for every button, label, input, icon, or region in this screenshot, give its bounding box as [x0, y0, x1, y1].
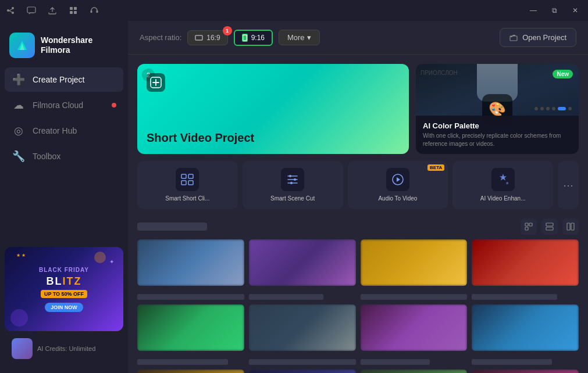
upload-icon[interactable]	[47, 5, 58, 16]
more-tools-icon: ⋯	[563, 179, 573, 192]
media-options-button[interactable]	[562, 218, 579, 235]
dot-1	[534, 107, 538, 110]
open-project-button[interactable]: Open Project	[500, 28, 576, 47]
app-logo	[9, 33, 35, 58]
media-label-3	[361, 294, 468, 300]
aspect-ratio-label: Aspect ratio:	[140, 33, 181, 42]
promo-card[interactable]: ★ ★ ✦ BLACK FRIDAY BLITZ UP TO 50% OFF J…	[5, 247, 123, 331]
smart-short-clip-label: Smart Short Cli...	[165, 195, 209, 202]
more-tools-button[interactable]: ⋯	[558, 161, 579, 209]
tools-row: Smart Short Cli... Smart Scene Cut B	[137, 161, 579, 209]
maximize-button[interactable]: ⧉	[546, 2, 562, 19]
svg-point-16	[294, 178, 296, 181]
smart-scene-cut-label: Smart Scene Cut	[270, 195, 315, 202]
svg-rect-24	[571, 223, 574, 230]
media-thumb-2[interactable]	[249, 239, 356, 286]
aspect-9-16-button[interactable]: 9:16	[234, 30, 273, 46]
media-thumb-9[interactable]	[137, 370, 244, 373]
aspect-badge-count: 1	[223, 26, 232, 35]
notification-dot	[112, 103, 116, 107]
svg-rect-14	[188, 181, 193, 185]
toolbox-icon: 🔧	[12, 150, 26, 163]
promo-text2: BLITZ	[47, 275, 82, 288]
svg-rect-0	[27, 7, 35, 13]
audio-to-video-tool[interactable]: BETA Audio To Video	[348, 161, 448, 209]
media-label-2	[249, 294, 324, 300]
creator-hub-icon: ◎	[12, 124, 26, 137]
chat-icon[interactable]	[26, 5, 37, 16]
sidebar-item-toolbox[interactable]: 🔧 Toolbox	[5, 144, 123, 168]
ai-credits-text: AI Credits: Unlimited	[37, 345, 95, 352]
svg-rect-20	[525, 227, 528, 230]
media-header	[137, 218, 579, 235]
media-thumb-8[interactable]	[472, 304, 579, 351]
aspect-16-9-button[interactable]: 16:9 1	[187, 30, 227, 45]
promo-card-inner: ★ ★ ✦ BLACK FRIDAY BLITZ UP TO 50% OFF J…	[5, 247, 123, 331]
media-list-view-button[interactable]	[521, 218, 537, 235]
share-icon[interactable]	[5, 5, 16, 16]
open-project-label: Open Project	[522, 33, 566, 42]
svg-rect-21	[546, 223, 553, 226]
dot-2	[540, 107, 544, 110]
media-thumb-10[interactable]	[249, 370, 356, 373]
headset-icon[interactable]	[88, 5, 100, 16]
short-video-card[interactable]: 2 Short Video Project	[137, 64, 409, 154]
grid-icon[interactable]	[67, 5, 79, 16]
new-badge: New	[553, 70, 573, 78]
svg-rect-13	[181, 181, 186, 185]
close-button[interactable]: ✕	[567, 2, 583, 19]
ai-video-enhance-tool[interactable]: AI Video Enhan...	[452, 161, 553, 209]
ai-card-description: With one click, precisely replicate colo…	[423, 132, 572, 148]
media-section-title	[137, 223, 207, 231]
sidebar-item-creator-hub[interactable]: ◎ Creator Hub	[5, 119, 123, 143]
svg-rect-1	[70, 7, 73, 10]
ai-avatar	[12, 338, 33, 359]
app-subtitle: Filmora	[41, 45, 92, 55]
svg-rect-6	[97, 10, 98, 13]
media-label-8	[472, 359, 552, 365]
media-section	[137, 218, 579, 373]
sidebar-bottom: ★ ★ ✦ BLACK FRIDAY BLITZ UP TO 50% OFF J…	[0, 242, 128, 368]
sidebar-item-label-create: Create Project	[33, 75, 84, 84]
sidebar-item-create-project[interactable]: ➕ Create Project	[5, 67, 123, 92]
svg-point-15	[289, 175, 291, 177]
dot-4	[552, 107, 555, 110]
short-video-title: Short Video Project	[147, 131, 400, 145]
media-thumb-3[interactable]	[361, 239, 468, 286]
media-thumb-4[interactable]	[472, 239, 579, 286]
smart-short-clip-tool[interactable]: Smart Short Cli...	[137, 161, 238, 209]
ai-video-enhance-icon	[491, 168, 515, 191]
media-grid-view-button[interactable]	[541, 218, 558, 235]
media-label-4	[472, 294, 557, 300]
cloud-icon: ☁	[12, 99, 26, 112]
media-thumb-5[interactable]	[137, 304, 244, 351]
logo-text: Wondershare Filmora	[41, 35, 92, 55]
svg-rect-11	[181, 174, 186, 178]
create-project-icon: ➕	[12, 73, 26, 86]
svg-point-17	[290, 182, 293, 184]
ai-color-palette-card[interactable]: ПРИОЛСЛОН 🎨 New AI Color Palette With on…	[416, 64, 579, 154]
media-thumb-11[interactable]	[361, 370, 468, 373]
media-thumb-1[interactable]	[137, 239, 244, 286]
media-label-6	[249, 359, 356, 365]
sidebar-item-filmora-cloud[interactable]: ☁ Filmora Cloud	[5, 93, 123, 117]
media-grid	[137, 239, 579, 373]
media-action-buttons	[521, 218, 579, 235]
media-thumb-7[interactable]	[361, 304, 468, 351]
ai-card-title: AI Color Palette	[423, 121, 572, 130]
ai-credits-area: AI Credits: Unlimited	[5, 333, 123, 364]
smart-scene-cut-tool[interactable]: Smart Scene Cut	[243, 161, 343, 209]
minimize-button[interactable]: —	[525, 2, 541, 19]
join-now-button[interactable]: JOIN NOW	[45, 303, 83, 312]
add-project-icon	[147, 73, 165, 92]
main-layout: Wondershare Filmora ➕ Create Project ☁ F…	[0, 21, 588, 373]
promo-badge: UP TO 50% OFF	[41, 290, 87, 298]
media-thumb-6[interactable]	[249, 304, 356, 351]
more-button[interactable]: More ▾	[279, 30, 320, 45]
svg-rect-4	[74, 11, 77, 14]
titlebar: — ⧉ ✕	[0, 0, 588, 21]
svg-rect-18	[525, 223, 528, 226]
audio-to-video-label: Audio To Video	[378, 195, 417, 202]
media-thumb-12[interactable]	[472, 370, 579, 373]
titlebar-left-icons	[5, 5, 100, 16]
